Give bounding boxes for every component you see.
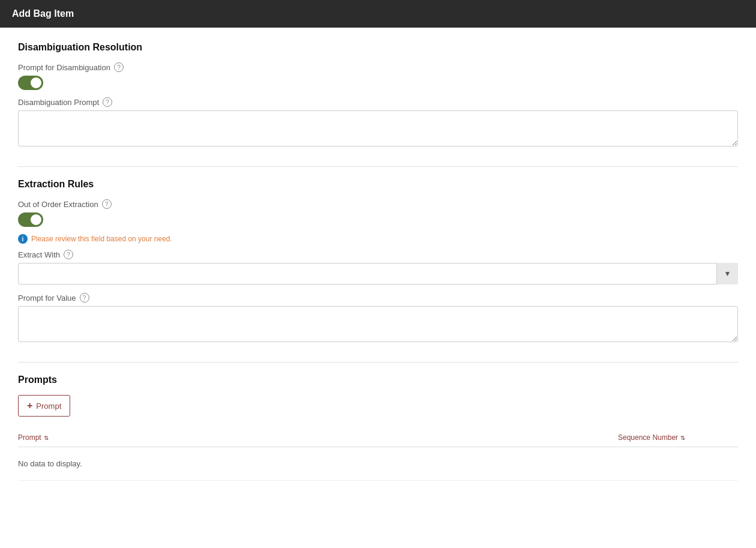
- page-title: Add Bag Item: [12, 8, 74, 19]
- prompts-section: Prompts + Prompt Prompt ⇅ Sequence Numbe…: [18, 375, 738, 481]
- prompt-disambiguation-help-icon[interactable]: ?: [114, 62, 124, 72]
- section-divider-1: [18, 166, 738, 167]
- extraction-rules-section-title: Extraction Rules: [18, 179, 738, 190]
- toggle-slider: [18, 76, 43, 90]
- no-data-message: No data to display.: [18, 447, 738, 481]
- prompt-disambiguation-label: Prompt for Disambiguation ?: [18, 62, 738, 72]
- extraction-rules-section: Extraction Rules Out of Order Extraction…: [18, 179, 738, 344]
- prompt-for-value-help-icon[interactable]: ?: [80, 293, 89, 303]
- out-of-order-toggle-wrapper: [18, 212, 738, 227]
- disambiguation-section-title: Disambiguation Resolution: [18, 42, 738, 53]
- out-of-order-help-icon[interactable]: ?: [102, 199, 112, 209]
- prompt-disambiguation-toggle-wrapper: [18, 76, 738, 90]
- add-prompt-button[interactable]: + Prompt: [18, 395, 70, 417]
- col-header-sequence[interactable]: Sequence Number ⇅: [618, 433, 738, 442]
- plus-icon: +: [27, 400, 32, 411]
- out-of-order-toggle[interactable]: [18, 212, 43, 227]
- prompt-disambiguation-toggle[interactable]: [18, 76, 43, 90]
- sequence-sort-icon: ⇅: [680, 435, 685, 441]
- disambiguation-prompt-label: Disambiguation Prompt ?: [18, 97, 738, 107]
- prompt-sort-icon: ⇅: [44, 435, 49, 441]
- page-header: Add Bag Item: [0, 0, 756, 28]
- extract-with-label: Extract With ?: [18, 250, 738, 259]
- extract-with-wrapper: Option 1 Option 2 ▼: [18, 263, 738, 285]
- prompt-for-value-label: Prompt for Value ?: [18, 293, 738, 303]
- add-prompt-button-label: Prompt: [36, 402, 61, 411]
- main-content: Disambiguation Resolution Prompt for Dis…: [0, 28, 756, 495]
- prompt-for-value-textarea[interactable]: [18, 306, 738, 342]
- disambiguation-prompt-help-icon[interactable]: ?: [103, 97, 112, 107]
- section-divider-2: [18, 362, 738, 363]
- out-of-order-label: Out of Order Extraction ?: [18, 199, 738, 209]
- extract-with-select[interactable]: Option 1 Option 2: [18, 263, 738, 285]
- info-message: i Please review this field based on your…: [18, 234, 738, 244]
- disambiguation-prompt-textarea[interactable]: [18, 110, 738, 146]
- prompts-section-title: Prompts: [18, 375, 738, 385]
- prompts-table-header: Prompt ⇅ Sequence Number ⇅: [18, 429, 738, 447]
- disambiguation-section: Disambiguation Resolution Prompt for Dis…: [18, 42, 738, 148]
- info-icon: i: [18, 234, 28, 244]
- out-of-order-toggle-slider: [18, 212, 43, 227]
- col-header-prompt[interactable]: Prompt ⇅: [18, 433, 618, 442]
- extract-with-help-icon[interactable]: ?: [64, 250, 73, 259]
